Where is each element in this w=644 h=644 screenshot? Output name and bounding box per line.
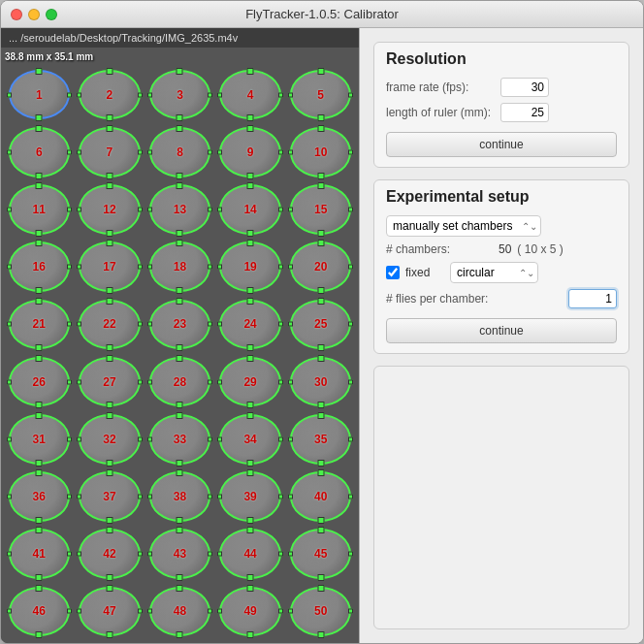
minimize-button[interactable] <box>28 9 40 20</box>
shape-dropdown[interactable]: circularrectangular <box>450 262 538 283</box>
chambers-dropdown[interactable]: manually set chambersauto detect chamber… <box>386 215 541 237</box>
chamber-circle[interactable]: 11 <box>9 184 71 234</box>
right-connector-dot <box>208 609 212 614</box>
chamber-number: 8 <box>177 145 183 159</box>
chamber-circle[interactable]: 12 <box>79 184 141 234</box>
chamber-circle[interactable]: 29 <box>219 357 281 406</box>
chamber-cell: 11 <box>5 181 74 237</box>
chamber-cell: 40 <box>286 468 355 524</box>
chamber-circle[interactable]: 39 <box>219 471 281 521</box>
chamber-circle[interactable]: 3 <box>149 70 211 119</box>
flies-input[interactable] <box>568 289 617 308</box>
chamber-cell: 24 <box>216 297 285 352</box>
chamber-number: 49 <box>243 604 256 618</box>
chamber-circle[interactable]: 18 <box>149 242 211 291</box>
left-connector-dot <box>147 436 152 441</box>
chamber-circle[interactable]: 46 <box>9 587 71 636</box>
chamber-circle[interactable]: 27 <box>79 357 141 406</box>
chamber-circle[interactable]: 6 <box>9 127 71 177</box>
frame-rate-input[interactable] <box>500 78 549 97</box>
chamber-number: 33 <box>174 433 186 446</box>
right-connector-dot <box>67 609 72 614</box>
chamber-circle[interactable]: 49 <box>219 587 281 636</box>
chamber-cell: 30 <box>286 354 355 409</box>
chamber-circle[interactable]: 28 <box>149 357 211 406</box>
chamber-circle[interactable]: 43 <box>149 529 211 578</box>
chamber-circle[interactable]: 47 <box>79 587 141 636</box>
chamber-circle[interactable]: 16 <box>9 242 71 291</box>
chamber-circle[interactable]: 44 <box>219 529 281 578</box>
chamber-circle[interactable]: 35 <box>290 414 352 464</box>
left-connector-dot <box>7 322 12 327</box>
left-connector-dot <box>77 322 81 327</box>
chamber-circle[interactable]: 17 <box>79 242 141 291</box>
chamber-number: 30 <box>314 375 327 389</box>
chamber-cell: 47 <box>76 584 145 639</box>
chamber-circle[interactable]: 14 <box>219 184 281 234</box>
chamber-circle[interactable]: 42 <box>79 529 141 578</box>
chamber-cell: 38 <box>145 468 214 524</box>
chamber-circle[interactable]: 21 <box>9 300 71 349</box>
chamber-circle[interactable]: 1 <box>9 70 71 119</box>
chamber-circle[interactable]: 25 <box>290 300 352 349</box>
chamber-circle[interactable]: 31 <box>9 414 71 464</box>
chamber-circle[interactable]: 40 <box>290 471 352 521</box>
chamber-circle[interactable]: 50 <box>290 587 352 636</box>
chamber-circle[interactable]: 13 <box>149 184 211 234</box>
chamber-circle[interactable]: 36 <box>9 471 71 521</box>
chamber-circle[interactable]: 34 <box>219 414 281 464</box>
fixed-label[interactable]: fixed <box>405 266 444 279</box>
chamber-circle[interactable]: 38 <box>149 471 211 521</box>
chamber-circle[interactable]: 10 <box>290 127 352 177</box>
chamber-cell: 27 <box>76 354 145 409</box>
chamber-circle[interactable]: 20 <box>290 242 352 291</box>
chamber-circle[interactable]: 7 <box>79 127 141 177</box>
chamber-circle[interactable]: 26 <box>9 357 71 406</box>
right-connector-dot <box>208 494 212 499</box>
maximize-button[interactable] <box>46 9 57 20</box>
chamber-circle[interactable]: 5 <box>290 70 352 119</box>
chamber-circle[interactable]: 8 <box>149 127 211 177</box>
chamber-circle[interactable]: 2 <box>79 70 141 119</box>
chamber-circle[interactable]: 4 <box>219 70 281 119</box>
experimental-continue-button[interactable]: continue <box>386 318 617 343</box>
chamber-number: 11 <box>33 203 46 216</box>
chamber-number: 24 <box>243 317 256 331</box>
left-connector-dot <box>7 207 12 211</box>
chamber-circle[interactable]: 22 <box>79 300 141 349</box>
chamber-cell: 44 <box>216 527 285 582</box>
chamber-circle[interactable]: 24 <box>219 300 281 349</box>
chamber-circle[interactable]: 19 <box>219 242 281 291</box>
chambers-value: 50 <box>499 242 511 256</box>
chambers-dropdown-row: manually set chambersauto detect chamber… <box>386 215 617 237</box>
chamber-circle[interactable]: 41 <box>9 529 71 578</box>
experimental-section: Experimental setup manually set chambers… <box>373 179 629 354</box>
chamber-cell: 3 <box>145 67 214 122</box>
chamber-circle[interactable]: 23 <box>149 300 211 349</box>
chamber-cell: 46 <box>5 584 74 639</box>
right-connector-dot <box>348 92 353 97</box>
chamber-circle[interactable]: 30 <box>290 357 352 406</box>
chamber-circle[interactable]: 9 <box>219 127 281 177</box>
right-connector-dot <box>278 207 283 211</box>
chamber-circle[interactable]: 32 <box>79 414 141 464</box>
chamber-circle[interactable]: 15 <box>290 184 352 234</box>
chamber-cell: 10 <box>286 124 355 179</box>
chamber-number: 34 <box>243 433 256 446</box>
ruler-input[interactable] <box>500 103 549 122</box>
chamber-cell: 45 <box>286 527 355 582</box>
chamber-circle[interactable]: 33 <box>149 414 211 464</box>
chamber-number: 2 <box>107 88 113 102</box>
left-connector-dot <box>7 436 12 441</box>
close-button[interactable] <box>11 9 22 20</box>
bottom-section <box>373 366 629 629</box>
chamber-cell: 8 <box>145 124 214 179</box>
left-connector-dot <box>147 149 152 154</box>
right-connector-dot <box>138 322 143 327</box>
chamber-circle[interactable]: 37 <box>79 471 141 521</box>
resolution-continue-button[interactable]: continue <box>386 132 617 157</box>
chamber-circle[interactable]: 45 <box>290 529 352 578</box>
chambers-label: # chambers: <box>386 242 493 256</box>
chamber-circle[interactable]: 48 <box>149 587 211 636</box>
fixed-checkbox[interactable] <box>386 266 400 279</box>
